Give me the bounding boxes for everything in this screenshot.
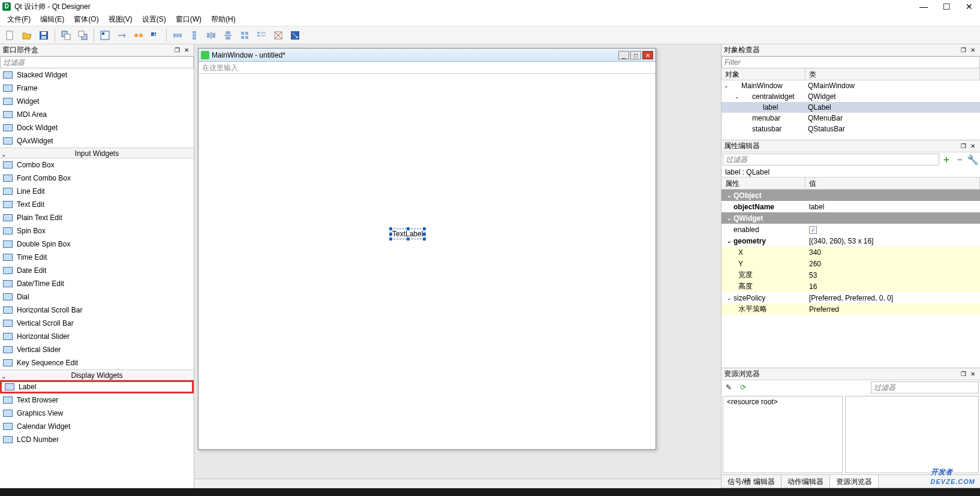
widget-item[interactable]: Date/Time Edit <box>0 277 194 290</box>
property-row[interactable]: ⌄geometry[(340, 260), 53 x 16] <box>722 235 980 247</box>
layout-vertical-button[interactable] <box>187 28 202 43</box>
widget-item[interactable]: LCD Number <box>0 433 194 446</box>
widget-item[interactable]: Text Edit <box>0 198 194 211</box>
edit-widgets-button[interactable] <box>97 28 113 43</box>
menu-window[interactable]: 窗口(W) <box>171 13 206 26</box>
object-tree-row[interactable]: labelQLabel <box>722 102 980 113</box>
form-maximize-button[interactable]: □ <box>630 51 641 59</box>
add-dynamic-property-button[interactable]: ＋ <box>940 154 952 166</box>
dock-restore-icon[interactable]: ❐ <box>958 371 968 377</box>
resize-handle[interactable] <box>423 238 426 241</box>
reload-resources-button[interactable]: ⟳ <box>737 381 749 393</box>
menu-form[interactable]: 窗体(O) <box>69 13 103 26</box>
widget-item[interactable]: Text Browser <box>0 393 194 407</box>
col-value[interactable]: 值 <box>805 178 980 189</box>
widget-item[interactable]: Dock Widget <box>0 121 194 134</box>
dock-close-icon[interactable]: ✕ <box>968 371 978 377</box>
horizontal-scrollbar[interactable] <box>194 479 721 488</box>
widget-item[interactable]: Widget <box>0 95 194 108</box>
widget-item[interactable]: Line Edit <box>0 185 194 198</box>
dock-close-icon[interactable]: ✕ <box>182 47 191 53</box>
send-back-button[interactable] <box>58 28 74 43</box>
widget-category[interactable]: ⌄Input Widgets <box>0 148 194 158</box>
form-minimize-button[interactable]: _ <box>618 51 629 59</box>
widget-item[interactable]: Combo Box <box>0 158 194 172</box>
widget-item[interactable]: Label <box>0 380 194 393</box>
resize-handle[interactable] <box>407 238 410 241</box>
widget-item[interactable]: Time Edit <box>0 251 194 264</box>
widget-item[interactable]: Calendar Widget <box>0 420 194 433</box>
bottom-tab[interactable]: 信号/槽 编辑器 <box>722 475 781 488</box>
maximize-button[interactable]: ☐ <box>940 2 952 11</box>
remove-dynamic-property-button[interactable]: － <box>954 154 966 166</box>
break-layout-button[interactable] <box>270 28 286 43</box>
layout-horizontal-splitter-button[interactable] <box>203 28 219 43</box>
minimize-button[interactable]: — <box>918 2 930 11</box>
mdi-area[interactable]: MainWindow - untitled* _ □ ✕ 在这里输入 TextL… <box>194 44 721 479</box>
menu-edit[interactable]: 编辑(E) <box>35 13 69 26</box>
menu-file[interactable]: 文件(F) <box>2 13 35 26</box>
widget-item[interactable]: Vertical Slider <box>0 343 194 356</box>
widget-item[interactable]: MDI Area <box>0 108 194 121</box>
property-row[interactable]: 高度16 <box>722 281 980 292</box>
widget-item[interactable]: Horizontal Scroll Bar <box>0 303 194 317</box>
resource-tree[interactable]: <resource root> <box>723 396 843 473</box>
resize-handle[interactable] <box>389 233 392 236</box>
resize-handle[interactable] <box>389 238 392 241</box>
widget-item[interactable]: Graphics View <box>0 407 194 420</box>
resource-root[interactable]: <resource root> <box>727 398 838 406</box>
widget-list[interactable]: Stacked WidgetFrameWidgetMDI AreaDock Wi… <box>0 68 194 488</box>
new-file-button[interactable] <box>2 28 18 43</box>
property-row[interactable]: ⌄QWidget <box>722 212 980 224</box>
menu-settings[interactable]: 设置(S) <box>137 13 171 26</box>
property-filter[interactable] <box>723 154 939 166</box>
resize-handle[interactable] <box>389 227 392 230</box>
dock-close-icon[interactable]: ✕ <box>968 47 978 53</box>
widget-box-filter[interactable] <box>0 56 194 68</box>
property-row[interactable]: ⌄sizePolicy[Preferred, Preferred, 0, 0] <box>722 292 980 303</box>
col-property[interactable]: 属性 <box>722 178 805 189</box>
layout-grid-button[interactable] <box>237 28 252 43</box>
menu-view[interactable]: 视图(V) <box>104 13 137 26</box>
property-row[interactable]: X340 <box>722 247 980 258</box>
save-button[interactable] <box>36 28 52 43</box>
edit-resources-button[interactable]: ✎ <box>723 381 735 393</box>
col-object[interactable]: 对象 <box>722 68 805 80</box>
col-class[interactable]: 类 <box>805 68 980 80</box>
layout-form-button[interactable] <box>254 28 269 43</box>
widget-item[interactable]: Date Edit <box>0 264 194 277</box>
widget-item[interactable]: Key Sequence Edit <box>0 356 194 369</box>
dock-restore-icon[interactable]: ❐ <box>958 47 968 53</box>
object-tree-row[interactable]: ⌄MainWindowQMainWindow <box>722 80 980 91</box>
form-canvas[interactable]: TextLabel <box>199 74 656 449</box>
widget-item[interactable]: QAxWidget <box>0 134 194 148</box>
object-tree-row[interactable]: menubarQMenuBar <box>722 113 980 124</box>
widget-item[interactable]: Dial <box>0 290 194 303</box>
layout-horizontal-button[interactable] <box>170 28 185 43</box>
object-tree-row[interactable]: ⌄centralwidgetQWidget <box>722 91 980 102</box>
property-row[interactable]: objectNamelabel <box>722 201 980 212</box>
form-titlebar[interactable]: MainWindow - untitled* _ □ ✕ <box>199 49 656 62</box>
widget-item[interactable]: Vertical Scroll Bar <box>0 317 194 330</box>
widget-category[interactable]: ⌄Display Widgets <box>0 369 194 380</box>
property-row[interactable]: 宽度53 <box>722 269 980 281</box>
layout-vertical-splitter-button[interactable] <box>220 28 236 43</box>
bottom-tab[interactable]: 资源浏览器 <box>830 475 879 488</box>
adjust-size-button[interactable] <box>287 28 303 43</box>
open-file-button[interactable] <box>19 28 35 43</box>
form-menubar-hint[interactable]: 在这里输入 <box>199 62 656 74</box>
dock-close-icon[interactable]: ✕ <box>968 143 978 149</box>
widget-item[interactable]: Double Spin Box <box>0 238 194 251</box>
configure-button[interactable]: 🔧 <box>967 154 979 166</box>
property-row[interactable]: Y260 <box>722 258 980 269</box>
widget-item[interactable]: Spin Box <box>0 224 194 238</box>
widget-item[interactable]: Stacked Widget <box>0 68 194 82</box>
property-row[interactable]: 水平策略Preferred <box>722 303 980 315</box>
widget-item[interactable]: Horizontal Slider <box>0 330 194 343</box>
object-tree-row[interactable]: statusbarQStatusBar <box>722 124 980 134</box>
form-close-button[interactable]: ✕ <box>642 51 653 59</box>
placed-label-widget[interactable]: TextLabel <box>390 229 425 239</box>
object-inspector-filter[interactable] <box>722 56 980 68</box>
edit-buddies-button[interactable] <box>131 28 146 43</box>
property-table[interactable]: ⌄QObjectobjectNamelabel⌄QWidgetenabled✓⌄… <box>722 190 980 368</box>
